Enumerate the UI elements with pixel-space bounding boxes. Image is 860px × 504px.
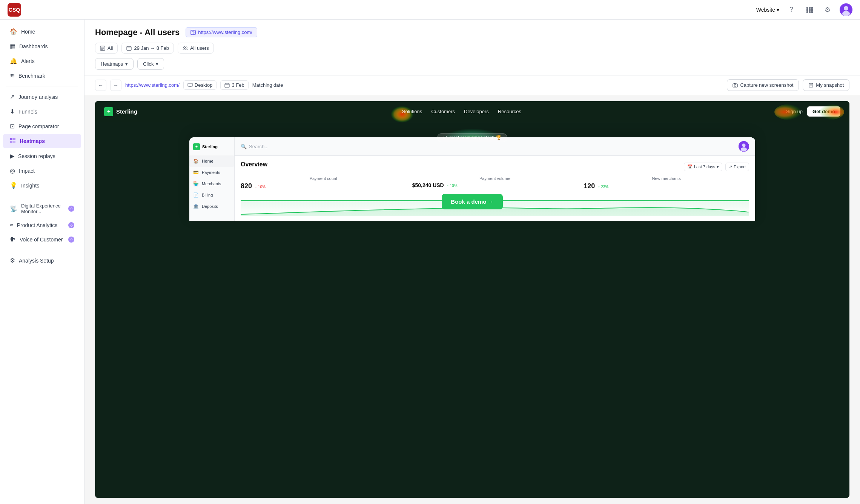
snapshot-icon: [808, 83, 814, 88]
sidebar-divider-1: [6, 86, 78, 86]
settings-icon[interactable]: ⚙: [822, 4, 834, 16]
chevron-down-icon: ▾: [777, 7, 779, 13]
metric-new-merchants: New merchants 120 ↑ 23%: [584, 176, 749, 190]
nav-back-button[interactable]: ←: [95, 80, 106, 91]
device-selector[interactable]: Desktop: [183, 80, 217, 90]
heatmap-type-select[interactable]: Heatmaps ▾: [95, 58, 134, 70]
logo-icon[interactable]: CSQ: [8, 3, 21, 17]
dem-icon: 📡: [10, 205, 17, 212]
sidebar-item-alerts[interactable]: 🔔 Alerts: [3, 54, 81, 68]
book-demo-button[interactable]: Book a demo →: [442, 194, 502, 209]
dash-payments-icon: 💳: [193, 170, 199, 175]
date-display[interactable]: 3 Feb: [220, 80, 248, 90]
dropdown-arrow-icon: ▾: [125, 61, 128, 67]
heatmap-url[interactable]: https://www.sterling.com/: [125, 82, 180, 88]
export-icon: ↗: [729, 164, 732, 169]
help-icon[interactable]: ?: [785, 4, 797, 16]
dash-merchants: 🏪 Merchants: [189, 178, 234, 189]
date-range-filter[interactable]: 29 Jan → 8 Feb: [121, 43, 174, 54]
sidebar-item-benchmark[interactable]: ≋ Benchmark: [3, 69, 81, 83]
dash-home: 🏠 Home: [189, 155, 234, 167]
metrics-row: Payment count 820 ↓ 10% Payment volume: [241, 176, 749, 190]
svg-rect-31: [225, 83, 229, 88]
metric-payment-count: Payment count 820 ↓ 10%: [241, 176, 406, 190]
replays-icon: ▶: [10, 152, 14, 160]
heatmap-area: ✦ Sterling: [84, 95, 860, 504]
overview-title: Overview: [241, 161, 267, 168]
svg-point-11: [842, 11, 850, 16]
svg-rect-28: [188, 83, 192, 86]
svg-point-47: [741, 148, 747, 152]
sterling-nav-solutions: Solutions: [402, 109, 422, 114]
filter-all[interactable]: All: [95, 43, 118, 54]
svg-point-46: [742, 144, 746, 147]
svg-rect-12: [10, 138, 12, 140]
filter-icon: [100, 46, 105, 51]
dash-payments: 💳 Payments: [189, 167, 234, 178]
sidebar-item-analysis-setup[interactable]: ⚙ Analysis Setup: [3, 254, 81, 267]
sidebar-divider-3: [6, 250, 78, 250]
svg-point-10: [844, 6, 848, 11]
interaction-type-select[interactable]: Click ▾: [137, 58, 164, 70]
dash-avatar: [739, 141, 749, 152]
dash-home-icon: 🏠: [193, 158, 199, 164]
sidebar-item-heatmaps[interactable]: Heatmaps: [3, 134, 81, 148]
svg-rect-37: [809, 83, 813, 87]
svg-rect-0: [806, 7, 808, 9]
sidebar-item-dashboards[interactable]: ▦ Dashboards: [3, 39, 81, 53]
sterling-nav: ✦ Sterling: [95, 101, 849, 122]
sidebar-item-funnels[interactable]: ⬇ Funnels: [3, 104, 81, 118]
desktop-icon: [187, 83, 193, 88]
website-selector[interactable]: Website ▾: [756, 7, 779, 13]
heatmap-type-controls: Heatmaps ▾ Click ▾: [95, 58, 849, 70]
insights-icon: 💡: [10, 182, 17, 189]
avatar[interactable]: [840, 3, 852, 16]
camera-icon: [733, 83, 738, 88]
sidebar-item-product-analytics[interactable]: ≈ Product Analytics ◇: [3, 218, 81, 232]
apps-icon[interactable]: [803, 4, 815, 16]
nav-forward-button[interactable]: →: [110, 80, 121, 91]
my-snapshot-button[interactable]: My snapshot: [803, 79, 849, 91]
journey-icon: ↗: [10, 93, 15, 100]
benchmark-icon: ≋: [10, 72, 15, 79]
product-analytics-badge: ◇: [68, 222, 74, 228]
capture-screenshot-button[interactable]: Capture new screenshot: [727, 79, 799, 91]
svg-rect-5: [811, 9, 813, 11]
topbar: CSQ Website ▾ ? ⚙: [0, 0, 860, 20]
sidebar-item-session-replays[interactable]: ▶ Session replays: [3, 149, 81, 163]
main-content: Homepage - All users https://www.sterlin…: [84, 20, 860, 504]
sidebar-item-voice-of-customer[interactable]: 🗣 Voice of Customer ◇: [3, 233, 81, 246]
dash-billing: 📄 Billing: [189, 189, 234, 201]
sidebar-item-journey-analysis[interactable]: ↗ Journey analysis: [3, 90, 81, 104]
sidebar-item-home[interactable]: 🏠 Home: [3, 25, 81, 38]
sterling-logo: ✦ Sterling: [104, 107, 137, 116]
globe-icon: [190, 30, 196, 35]
svg-rect-22: [127, 46, 131, 51]
sidebar-item-page-comparator[interactable]: ⊡ Page comparator: [3, 119, 81, 133]
sterling-logo-icon: ✦: [104, 107, 113, 116]
dash-merchants-icon: 🏪: [193, 181, 199, 186]
heatmap-toolbar: ← → https://www.sterling.com/ Desktop 3 …: [84, 75, 860, 95]
sidebar-item-impact[interactable]: ◎ Impact: [3, 164, 81, 178]
sterling-hero: #1 most promising fintech 🏆 Cost efficie…: [95, 122, 849, 221]
svg-rect-1: [809, 7, 811, 9]
heatmap-frame: ✦ Sterling: [95, 101, 849, 498]
sidebar-item-insights[interactable]: 💡 Insights: [3, 178, 81, 192]
setup-icon: ⚙: [10, 257, 15, 264]
sterling-nav-right: Sign up Get demo: [786, 106, 840, 117]
svg-rect-8: [811, 11, 813, 13]
svg-rect-7: [809, 11, 811, 13]
matching-date-label: Matching date: [252, 82, 283, 88]
svg-rect-3: [806, 9, 808, 11]
impact-icon: ◎: [10, 167, 15, 174]
users-filter[interactable]: All users: [178, 43, 214, 54]
voc-badge: ◇: [68, 237, 74, 243]
page-url-badge[interactable]: https://www.sterling.com/: [186, 27, 257, 37]
sterling-nav-links: Solutions Customers Developers Resources: [402, 109, 521, 114]
sterling-nav-developers: Developers: [464, 109, 489, 114]
svg-point-36: [734, 85, 736, 86]
export-button[interactable]: ↗ Export: [725, 163, 749, 171]
dash-deposits-icon: 🏦: [193, 204, 199, 209]
sidebar-item-dem[interactable]: 📡 Digital Experience Monitor... ◇: [3, 200, 81, 218]
alerts-icon: 🔔: [10, 57, 17, 65]
